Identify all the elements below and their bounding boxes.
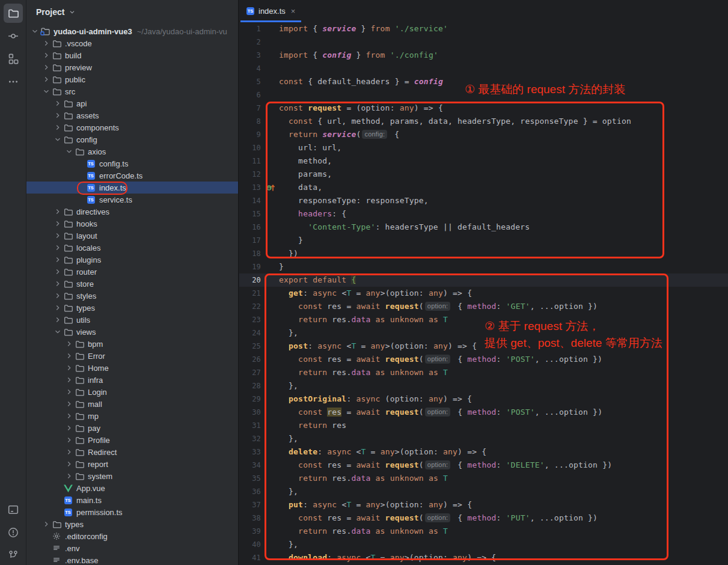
line-number[interactable]: 20 xyxy=(239,273,262,287)
line-number[interactable]: 8 xyxy=(239,115,262,128)
line-number[interactable]: 38 xyxy=(239,512,262,525)
project-panel-header[interactable]: Project xyxy=(26,0,238,24)
tree-item-views[interactable]: views xyxy=(26,326,239,338)
code-line-6[interactable]: 6 xyxy=(239,88,728,102)
tree-item-api[interactable]: api xyxy=(26,97,239,109)
chevron-right-icon[interactable] xyxy=(64,387,74,397)
line-number[interactable]: 32 xyxy=(239,432,262,445)
tree-item-profile[interactable]: Profile xyxy=(26,434,239,446)
tree-item-errorcode-ts[interactable]: TSerrorCode.ts xyxy=(26,170,239,182)
tree-item-directives[interactable]: directives xyxy=(26,206,239,218)
code-line-5[interactable]: 5const { default_headers } = config xyxy=(239,75,728,88)
chevron-right-icon[interactable] xyxy=(64,339,74,349)
line-number[interactable]: 36 xyxy=(239,485,262,498)
tree-item-yudao-ui-admin-vue3[interactable]: yudao-ui-admin-vue3~/Java/yudao-ui-admin… xyxy=(26,25,239,37)
code-line-36[interactable]: 36 }, xyxy=(239,485,728,498)
code-line-19[interactable]: 19} xyxy=(239,260,728,273)
line-number[interactable]: 34 xyxy=(239,459,262,472)
chevron-right-icon[interactable] xyxy=(53,99,63,108)
chevron-right-icon[interactable] xyxy=(64,375,74,385)
chevron-right-icon[interactable] xyxy=(64,423,74,433)
line-number[interactable]: 11 xyxy=(239,154,262,168)
line-number[interactable]: 10 xyxy=(239,141,262,154)
chevron-right-icon[interactable] xyxy=(53,111,63,120)
line-number[interactable]: 7 xyxy=(239,102,262,115)
tree-item-mall[interactable]: mall xyxy=(26,398,239,410)
chevron-down-icon[interactable] xyxy=(53,135,63,144)
tree-item-report[interactable]: report xyxy=(26,458,239,470)
chevron-right-icon[interactable] xyxy=(64,435,74,445)
code-line-41[interactable]: 41 download: async <T = any>(option: any… xyxy=(239,551,728,564)
tree-item-service-ts[interactable]: TSservice.ts xyxy=(26,194,239,206)
chevron-right-icon[interactable] xyxy=(64,459,74,469)
line-number[interactable]: 12 xyxy=(239,168,262,181)
code-line-17[interactable]: 17 } xyxy=(239,234,728,247)
tree-item-permission-ts[interactable]: TSpermission.ts xyxy=(26,506,239,518)
chevron-right-icon[interactable] xyxy=(64,471,74,481)
tree-item-build[interactable]: build xyxy=(26,49,239,61)
code-line-34[interactable]: 34 const res = await request(option: { m… xyxy=(239,459,728,472)
line-number[interactable]: 40 xyxy=(239,538,262,551)
code-line-1[interactable]: 1import { service } from './service' xyxy=(239,22,728,35)
line-number[interactable]: 23 xyxy=(239,313,262,326)
line-number[interactable]: 26 xyxy=(239,353,262,366)
code-line-12[interactable]: 12 params, xyxy=(239,168,728,181)
tree-item--vscode[interactable]: .vscode xyxy=(26,37,239,49)
code-line-15[interactable]: 15 headers: { xyxy=(239,207,728,221)
line-number[interactable]: 13 xyxy=(239,181,262,194)
code-line-14[interactable]: 14 responseType: responseType, xyxy=(239,194,728,207)
tree-item--editorconfig[interactable]: .editorconfig xyxy=(26,530,239,542)
tree-item-layout[interactable]: layout xyxy=(26,230,239,242)
code-line-39[interactable]: 39 return res.data as unknown as T xyxy=(239,525,728,538)
line-number[interactable]: 39 xyxy=(239,525,262,538)
line-number[interactable]: 19 xyxy=(239,260,262,273)
tree-item-router[interactable]: router xyxy=(26,266,239,278)
tree-item-axios[interactable]: axios xyxy=(26,145,239,157)
tree-item-public[interactable]: public xyxy=(26,73,239,85)
chevron-right-icon[interactable] xyxy=(53,231,63,240)
line-number[interactable]: 27 xyxy=(239,366,262,379)
chevron-down-icon[interactable] xyxy=(30,26,40,36)
line-number[interactable]: 14 xyxy=(239,194,262,207)
code-line-31[interactable]: 31 return res xyxy=(239,419,728,432)
tree-item-app-vue[interactable]: App.vue xyxy=(26,482,239,494)
tree-item-pay[interactable]: pay xyxy=(26,422,239,434)
chevron-right-icon[interactable] xyxy=(53,207,63,216)
chevron-right-icon[interactable] xyxy=(53,123,63,132)
tree-item-components[interactable]: components xyxy=(26,121,239,133)
code-line-3[interactable]: 3import { config } from './config' xyxy=(239,49,728,62)
code-line-32[interactable]: 32 }, xyxy=(239,432,728,445)
code-line-10[interactable]: 10 url: url, xyxy=(239,141,728,154)
problems-tool-button[interactable] xyxy=(4,523,23,542)
code-line-20[interactable]: 20export default { xyxy=(239,273,728,287)
code-line-30[interactable]: 30 const res = await request(option: { m… xyxy=(239,406,728,419)
code-line-21[interactable]: 21 get: async <T = any>(option: any) => … xyxy=(239,287,728,300)
code-line-8[interactable]: 8 const { url, method, params, data, hea… xyxy=(239,115,728,128)
chevron-right-icon[interactable] xyxy=(41,519,51,529)
chevron-right-icon[interactable] xyxy=(64,363,74,373)
line-number[interactable]: 41 xyxy=(239,551,262,564)
tree-item-plugins[interactable]: plugins xyxy=(26,254,239,266)
chevron-right-icon[interactable] xyxy=(64,351,74,361)
code-line-40[interactable]: 40 }, xyxy=(239,538,728,551)
code-line-29[interactable]: 29 postOriginal: async (option: any) => … xyxy=(239,392,728,406)
code-line-22[interactable]: 22 const res = await request(option: { m… xyxy=(239,300,728,313)
chevron-down-icon[interactable] xyxy=(53,327,63,337)
tree-item-preview[interactable]: preview xyxy=(26,61,239,73)
code-line-2[interactable]: 2 xyxy=(239,35,728,49)
code-line-33[interactable]: 33 delete: async <T = any>(option: any) … xyxy=(239,445,728,459)
code-line-25[interactable]: 25 post: async <T = any>(option: any) =>… xyxy=(239,340,728,353)
tree-item-system[interactable]: system xyxy=(26,470,239,482)
chevron-right-icon[interactable] xyxy=(64,399,74,409)
tree-item-hooks[interactable]: hooks xyxy=(26,218,239,230)
line-number[interactable]: 29 xyxy=(239,392,262,406)
tree-item-index-ts[interactable]: TSindex.ts xyxy=(26,182,239,194)
code-line-11[interactable]: 11 method, xyxy=(239,154,728,168)
tree-item--env[interactable]: .env xyxy=(26,542,239,554)
line-number[interactable]: 9 xyxy=(239,128,262,141)
tree-item-error[interactable]: Error xyxy=(26,350,239,362)
tree-item-mp[interactable]: mp xyxy=(26,410,239,422)
chevron-right-icon[interactable] xyxy=(53,303,63,313)
line-number[interactable]: 35 xyxy=(239,472,262,485)
line-number[interactable]: 3 xyxy=(239,49,262,62)
